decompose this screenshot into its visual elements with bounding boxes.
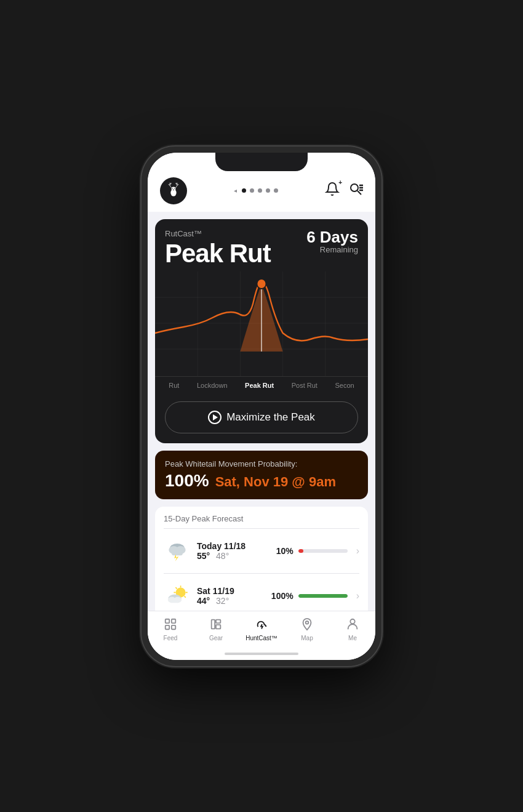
svg-rect-39 xyxy=(212,619,215,629)
forecast-high-2: 44° xyxy=(197,596,210,606)
forecast-date-2: Sat 11/19 xyxy=(197,586,263,596)
forecast-date-1: Today 11/18 xyxy=(197,541,263,551)
svg-rect-22 xyxy=(172,551,183,555)
rutcast-label: RutCast™ xyxy=(165,229,271,238)
svg-rect-38 xyxy=(172,625,175,629)
tab-map[interactable]: Map xyxy=(284,616,330,641)
svg-point-43 xyxy=(350,619,354,623)
tab-me-label: Me xyxy=(348,635,357,641)
dot-5 xyxy=(274,188,278,193)
tab-huntcast-label: HuntCast™ xyxy=(246,635,277,641)
partly-sunny-icon xyxy=(165,584,190,608)
dot-4 xyxy=(266,188,270,193)
forecast-low-2: 32° xyxy=(216,596,229,606)
svg-line-29 xyxy=(175,587,177,589)
map-icon xyxy=(299,616,315,632)
app-logo[interactable] xyxy=(160,177,187,204)
svg-point-42 xyxy=(306,621,309,624)
rut-chart xyxy=(155,271,368,376)
huntcast-icon xyxy=(254,616,269,632)
tab-feed-label: Feed xyxy=(164,635,178,641)
forecast-section: 15-Day Peak Forecast xyxy=(155,507,368,618)
notification-plus: + xyxy=(338,179,342,186)
rutcast-title-group: RutCast™ Peak Rut xyxy=(165,229,271,267)
chevron-right-icon-1[interactable]: › xyxy=(356,545,359,557)
svg-point-18 xyxy=(257,279,266,289)
svg-rect-34 xyxy=(170,600,180,603)
chevron-right-icon-2[interactable]: › xyxy=(356,590,359,601)
svg-point-5 xyxy=(351,184,358,191)
chart-label-second: Secon xyxy=(335,382,354,389)
peak-movement-label: Peak Whitetail Movement Probability: xyxy=(165,459,358,468)
tab-gear[interactable]: Gear xyxy=(193,616,239,641)
scroll-content[interactable]: RutCast™ Peak Rut 6 Days Remaining xyxy=(148,212,375,660)
tab-feed[interactable]: Feed xyxy=(148,616,193,641)
storm-icon xyxy=(165,539,190,563)
chart-label-rut: Rut xyxy=(169,382,179,389)
svg-rect-37 xyxy=(166,625,169,629)
maximize-label: Maximize the Peak xyxy=(226,411,315,424)
prob-bar-fill-2 xyxy=(298,594,348,598)
search-menu-icon xyxy=(348,182,363,196)
prob-bar-fill-1 xyxy=(298,549,303,553)
phone-frame: ◂ + xyxy=(142,147,381,666)
rutcast-title: Peak Rut xyxy=(165,241,271,267)
rutcast-card: RutCast™ Peak Rut 6 Days Remaining xyxy=(155,219,368,443)
weather-icon-partly-sunny xyxy=(164,582,191,609)
svg-rect-41 xyxy=(216,624,220,628)
bell-icon xyxy=(325,182,340,196)
prob-bar-track-2 xyxy=(298,594,348,598)
forecast-date-temp-2: Sat 11/19 44° 32° xyxy=(197,586,263,606)
rut-chart-svg xyxy=(155,271,368,376)
svg-point-2 xyxy=(172,188,173,188)
phone-screen: ◂ + xyxy=(148,153,375,660)
gear-icon xyxy=(208,616,224,632)
gear-svg xyxy=(209,617,223,631)
dot-1 xyxy=(242,188,246,193)
forecast-prob-2: 100% xyxy=(269,591,348,601)
peak-date-time: Sat, Nov 19 @ 9am xyxy=(215,474,336,490)
svg-point-4 xyxy=(173,189,175,190)
me-icon xyxy=(345,616,361,632)
peak-movement-value: 100% Sat, Nov 19 @ 9am xyxy=(165,471,358,491)
svg-rect-35 xyxy=(166,619,169,622)
forecast-title: 15-Day Peak Forecast xyxy=(155,507,368,528)
peak-percentage: 100% xyxy=(165,471,209,491)
svg-line-6 xyxy=(357,191,361,195)
prob-pct-1: 10% xyxy=(269,546,293,556)
dot-3 xyxy=(258,188,262,193)
forecast-prob-1: 10% xyxy=(269,546,348,556)
tab-me[interactable]: Me xyxy=(330,616,375,641)
notification-button[interactable]: + xyxy=(325,182,340,200)
prob-bar-track-1 xyxy=(298,549,348,553)
huntcast-svg xyxy=(255,617,268,631)
notch xyxy=(215,153,308,171)
home-indicator xyxy=(225,653,298,655)
me-svg xyxy=(346,617,359,631)
chart-labels: Rut Lockdown Peak Rut Post Rut Secon xyxy=(155,376,368,394)
svg-rect-36 xyxy=(172,619,175,622)
tab-map-label: Map xyxy=(301,635,313,641)
header-actions: + xyxy=(325,182,363,200)
chart-label-lockdown: Lockdown xyxy=(197,382,228,389)
page-dots: ◂ xyxy=(234,187,278,194)
back-arrow-icon: ◂ xyxy=(234,187,237,194)
forecast-date-temp-1: Today 11/18 55° 48° xyxy=(197,541,263,561)
forecast-high-1: 55° xyxy=(197,551,210,561)
peak-movement-card: Peak Whitetail Movement Probability: 100… xyxy=(155,451,368,499)
forecast-row-1[interactable]: Today 11/18 55° 48° 10% › xyxy=(155,529,368,573)
search-menu-button[interactable] xyxy=(348,182,363,200)
days-label: Remaining xyxy=(306,245,358,254)
deer-icon xyxy=(166,183,182,199)
weather-icon-storm xyxy=(164,537,191,565)
svg-marker-23 xyxy=(174,554,178,561)
svg-point-3 xyxy=(174,188,175,188)
forecast-temps-2: 44° 32° xyxy=(197,596,263,606)
feed-svg xyxy=(164,617,177,631)
svg-point-1 xyxy=(172,187,176,191)
tab-huntcast[interactable]: HuntCast™ xyxy=(239,616,284,641)
play-icon xyxy=(208,411,222,424)
maximize-button[interactable]: Maximize the Peak xyxy=(165,401,358,433)
forecast-temps-1: 55° 48° xyxy=(197,551,263,561)
days-remaining: 6 Days Remaining xyxy=(306,229,358,254)
